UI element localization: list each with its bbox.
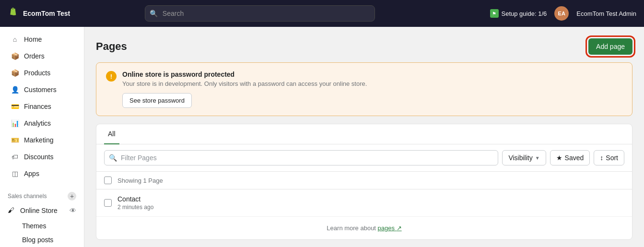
page-header: Pages Add page bbox=[96, 38, 632, 55]
store-name: EcomTom Test bbox=[23, 10, 70, 17]
sort-label: Sort bbox=[606, 154, 618, 162]
customers-icon: 👤 bbox=[11, 85, 19, 94]
online-store-subnav: Themes Blog posts Pages Navigation Prefe… bbox=[0, 219, 84, 247]
sidebar-item-analytics[interactable]: 📊 Analytics bbox=[3, 115, 81, 131]
pages-link-label: pages bbox=[378, 224, 395, 232]
layout: ⌂ Home 📦 Orders 📦 Products 👤 Customers 💳… bbox=[0, 27, 644, 247]
main-content: Pages Add page ! Online store is passwor… bbox=[84, 27, 644, 247]
showing-label: Showing 1 Page bbox=[117, 177, 163, 184]
topbar: EcomTom Test 🔍 ⚑ Setup guide: 1/6 EA Eco… bbox=[0, 0, 644, 27]
filter-pages-input[interactable] bbox=[104, 150, 498, 165]
add-sales-channel-button[interactable]: + bbox=[68, 192, 76, 200]
sidebar-label-apps: Apps bbox=[24, 170, 39, 177]
sidebar-label-home: Home bbox=[24, 35, 42, 43]
sidebar-label-analytics: Analytics bbox=[24, 119, 51, 127]
discounts-icon: 🏷 bbox=[11, 153, 19, 161]
content-card: All 🔍 Visibility ▼ ★ Saved ↕ Sort bbox=[96, 124, 632, 240]
page-name: Contact bbox=[117, 195, 153, 203]
alert-content: Online store is password protected Your … bbox=[122, 71, 367, 108]
sidebar-item-products[interactable]: 📦 Products bbox=[3, 65, 81, 81]
card-footer: Learn more about pages ↗ bbox=[96, 217, 632, 239]
chevron-down-icon: ▼ bbox=[535, 155, 540, 161]
sidebar-item-discounts[interactable]: 🏷 Discounts bbox=[3, 149, 81, 165]
star-icon: ★ bbox=[556, 154, 562, 162]
sidebar-item-customers[interactable]: 👤 Customers bbox=[3, 82, 81, 98]
home-icon: ⌂ bbox=[11, 35, 19, 44]
search-container: 🔍 bbox=[145, 5, 375, 22]
sidebar-label-orders: Orders bbox=[24, 52, 45, 60]
sidebar-label-discounts: Discounts bbox=[24, 153, 53, 161]
tabs: All bbox=[96, 124, 632, 144]
visibility-label: Visibility bbox=[508, 154, 532, 162]
sidebar-label-products: Products bbox=[24, 69, 50, 77]
sales-channels-section: Sales channels + bbox=[0, 186, 84, 202]
tab-all[interactable]: All bbox=[104, 124, 119, 144]
sidebar-item-finances[interactable]: 💳 Finances bbox=[3, 98, 81, 115]
search-input[interactable] bbox=[145, 5, 375, 22]
sidebar-item-apps[interactable]: ◫ Apps bbox=[3, 165, 81, 182]
pages-link[interactable]: pages ↗ bbox=[378, 224, 402, 232]
finances-icon: 💳 bbox=[11, 102, 19, 111]
sidebar-item-marketing[interactable]: 🎫 Marketing bbox=[3, 132, 81, 148]
setup-guide-label: Setup guide: 1/6 bbox=[502, 10, 547, 17]
online-store-label: Online Store bbox=[20, 207, 58, 214]
alert-title: Online store is password protected bbox=[122, 71, 367, 78]
sidebar-item-home[interactable]: ⌂ Home bbox=[3, 31, 81, 47]
products-icon: 📦 bbox=[11, 69, 19, 77]
filter-input-wrap: 🔍 bbox=[104, 150, 498, 165]
apps-icon: ◫ bbox=[11, 169, 19, 178]
sidebar-label-marketing: Marketing bbox=[24, 136, 53, 144]
blog-posts-label: Blog posts bbox=[22, 236, 53, 244]
add-page-button[interactable]: Add page bbox=[588, 38, 632, 55]
row-checkbox[interactable] bbox=[104, 199, 112, 207]
avatar-initials: EA bbox=[558, 11, 565, 16]
eye-icon: 👁 bbox=[70, 207, 76, 214]
topbar-right: ⚑ Setup guide: 1/6 EA EcomTom Test Admin bbox=[490, 6, 636, 21]
setup-guide-icon: ⚑ bbox=[490, 9, 499, 18]
page-time: 2 minutes ago bbox=[117, 204, 153, 211]
sort-button[interactable]: ↕ Sort bbox=[594, 150, 624, 165]
saved-label: Saved bbox=[565, 154, 584, 162]
store-logo: EcomTom Test bbox=[8, 8, 84, 19]
see-store-password-button[interactable]: See store password bbox=[122, 93, 192, 108]
sidebar-nav: ⌂ Home 📦 Orders 📦 Products 👤 Customers 💳… bbox=[0, 27, 84, 186]
table-header: Showing 1 Page bbox=[96, 172, 632, 189]
avatar[interactable]: EA bbox=[554, 6, 569, 21]
online-store-icon: 🖌 bbox=[8, 206, 16, 215]
filter-bar: 🔍 Visibility ▼ ★ Saved ↕ Sort bbox=[96, 144, 632, 172]
sort-icon: ↕ bbox=[600, 154, 603, 162]
row-content: Contact 2 minutes ago bbox=[117, 195, 153, 211]
analytics-icon: 📊 bbox=[11, 119, 19, 128]
footer-text: Learn more about bbox=[327, 224, 377, 232]
select-all-checkbox[interactable] bbox=[104, 176, 112, 184]
marketing-icon: 🎫 bbox=[11, 136, 19, 144]
orders-icon: 📦 bbox=[11, 52, 19, 60]
alert-description: Your store is in development. Only visit… bbox=[122, 80, 367, 87]
saved-button[interactable]: ★ Saved bbox=[550, 150, 590, 165]
alert-icon: ! bbox=[106, 71, 117, 82]
alert-banner: ! Online store is password protected You… bbox=[96, 62, 632, 116]
sidebar-label-finances: Finances bbox=[24, 103, 51, 110]
themes-label: Themes bbox=[22, 222, 47, 230]
page-title: Pages bbox=[96, 40, 127, 53]
visibility-filter-button[interactable]: Visibility ▼ bbox=[502, 150, 546, 165]
search-icon: 🔍 bbox=[150, 10, 158, 17]
sidebar-item-orders[interactable]: 📦 Orders bbox=[3, 48, 81, 64]
sidebar-sub-item-themes[interactable]: Themes bbox=[18, 219, 81, 233]
sidebar: ⌂ Home 📦 Orders 📦 Products 👤 Customers 💳… bbox=[0, 27, 84, 247]
filter-search-icon: 🔍 bbox=[109, 154, 117, 162]
sidebar-sub-item-blog-posts[interactable]: Blog posts bbox=[18, 233, 81, 247]
sales-channels-label: Sales channels bbox=[8, 193, 47, 200]
shopify-logo-icon bbox=[8, 8, 19, 19]
setup-guide[interactable]: ⚑ Setup guide: 1/6 bbox=[490, 9, 547, 18]
admin-name: EcomTom Test Admin bbox=[576, 10, 636, 17]
external-link-icon: ↗ bbox=[397, 224, 402, 232]
table-row[interactable]: Contact 2 minutes ago bbox=[96, 189, 632, 217]
sidebar-label-customers: Customers bbox=[24, 86, 57, 94]
sidebar-item-online-store[interactable]: 🖌 Online Store 👁 bbox=[0, 202, 84, 219]
